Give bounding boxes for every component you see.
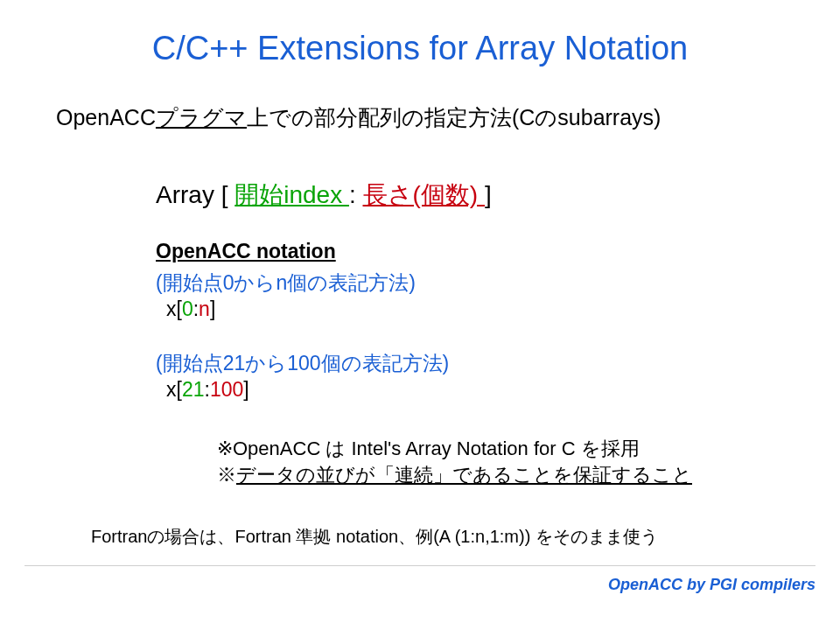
note-contiguous: ※データの並びが「連続」であることを保証すること [217, 462, 692, 488]
divider [24, 565, 816, 566]
example1-code: x[0:n] [166, 298, 215, 321]
code-close: ] [210, 298, 215, 320]
syntax-colon: : [349, 181, 363, 208]
footer-text: OpenACC by PGI compilers [608, 576, 816, 594]
syntax-line: Array [ 開始index : 長さ(個数) ] [156, 178, 492, 212]
example2-desc: (開始点21から100個の表記方法) [156, 350, 449, 377]
syntax-close: ] [485, 181, 492, 208]
code-start: 0 [182, 298, 193, 320]
code-text: x[ [166, 298, 182, 320]
code-text: x[ [166, 378, 182, 401]
note-asterisk: ※ [217, 464, 236, 486]
example2-code: x[21:100] [166, 378, 249, 402]
code-len: n [199, 298, 210, 320]
subtitle-pre: OpenACC [56, 105, 156, 130]
note-underline: データの並びが「連続」であることを保証すること [236, 464, 692, 486]
slide: C/C++ Extensions for Array Notation Open… [0, 0, 840, 630]
syntax-start-index: 開始index [234, 181, 349, 208]
syntax-length: 長さ(個数) [363, 181, 485, 208]
fortran-note: Fortranの場合は、Fortran 準拠 notation、例(A (1:n… [91, 525, 658, 549]
code-start: 21 [182, 378, 205, 401]
subtitle-underline: プラグマ [156, 105, 247, 130]
subtitle: OpenACCプラグマ上での部分配列の指定方法(Cのsubarrays) [56, 103, 661, 132]
slide-title: C/C++ Extensions for Array Notation [0, 30, 840, 67]
syntax-array: Array [ [156, 181, 234, 208]
subtitle-post: 上での部分配列の指定方法(Cのsubarrays) [247, 105, 661, 130]
example1-desc: (開始点0からn個の表記方法) [156, 270, 416, 297]
code-close: ] [243, 378, 248, 401]
note-intel: ※OpenACC は Intel's Array Notation for C … [217, 436, 640, 462]
code-len: 100 [210, 378, 243, 401]
notation-heading: OpenACC notation [156, 240, 336, 263]
